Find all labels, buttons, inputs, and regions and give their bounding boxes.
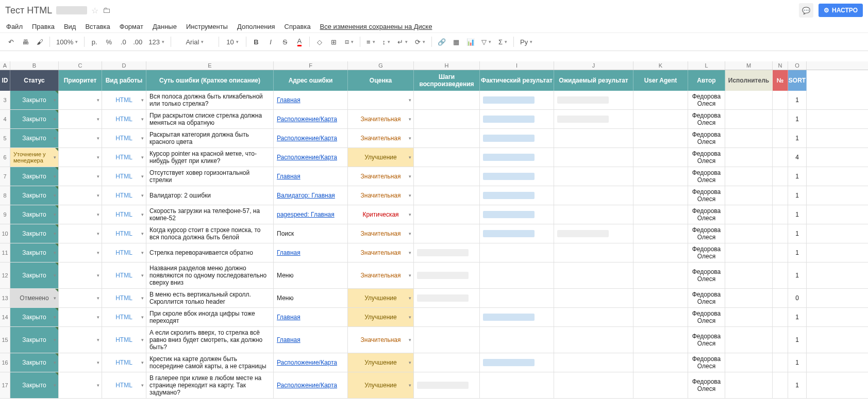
expected-cell[interactable]: [554, 205, 633, 224]
work-cell[interactable]: HTML▾: [102, 289, 146, 307]
status-cell[interactable]: Закрыто▾: [10, 327, 59, 353]
expected-cell[interactable]: [554, 372, 633, 398]
steps-cell[interactable]: [414, 289, 480, 307]
row-number[interactable]: 16: [0, 353, 10, 372]
doc-title[interactable]: Тест HTML: [5, 5, 52, 16]
exec-cell[interactable]: [725, 110, 773, 128]
ua-cell[interactable]: [633, 263, 688, 288]
work-cell[interactable]: HTML▾: [102, 263, 146, 288]
expected-cell[interactable]: [554, 263, 633, 288]
address-cell[interactable]: Расположение/Карта: [274, 148, 348, 167]
menu-data[interactable]: Данные: [153, 23, 177, 30]
col-n[interactable]: N: [773, 61, 788, 70]
percent-button[interactable]: %: [102, 35, 115, 48]
row-number[interactable]: 17: [0, 372, 10, 398]
priority-cell[interactable]: ▾: [59, 186, 102, 205]
address-cell[interactable]: Расположение/Карта: [274, 353, 348, 372]
dropdown-icon[interactable]: ▾: [97, 296, 99, 301]
ua-cell[interactable]: [633, 129, 688, 147]
exec-cell[interactable]: [725, 167, 773, 186]
col-k[interactable]: K: [633, 61, 688, 70]
exec-cell[interactable]: [725, 129, 773, 147]
dropdown-icon[interactable]: ▾: [54, 231, 56, 236]
priority-cell[interactable]: ▾: [59, 224, 102, 243]
status-cell[interactable]: Закрыто▾: [10, 186, 59, 205]
decrease-decimal-button[interactable]: .0: [116, 35, 130, 48]
actual-cell[interactable]: [480, 91, 554, 109]
bug-cell[interactable]: Курсор pointer на красной метке, что-ниб…: [146, 148, 274, 167]
dropdown-icon[interactable]: ▾: [97, 212, 99, 217]
author-cell[interactable]: Федорова Олеся: [688, 372, 725, 398]
dropdown-icon[interactable]: ▾: [409, 117, 411, 122]
save-status[interactable]: Все изменения сохранены на Диске: [320, 23, 432, 30]
italic-button[interactable]: I: [264, 35, 277, 48]
currency-button[interactable]: р.: [88, 35, 101, 48]
col-c[interactable]: C: [59, 61, 102, 70]
dropdown-icon[interactable]: ▾: [409, 155, 411, 160]
bold-button[interactable]: B: [249, 35, 263, 48]
dropdown-icon[interactable]: ▾: [409, 360, 411, 365]
input-lang-button[interactable]: Ру: [517, 35, 536, 48]
work-cell[interactable]: HTML▾: [102, 353, 146, 372]
dropdown-icon[interactable]: ▾: [54, 193, 56, 198]
row-number[interactable]: 14: [0, 308, 10, 326]
priority-cell[interactable]: ▾: [59, 289, 102, 307]
author-cell[interactable]: Федорова Олеся: [688, 224, 725, 243]
exec-cell[interactable]: [725, 186, 773, 205]
col-h[interactable]: H: [414, 61, 480, 70]
dropdown-icon[interactable]: ▾: [54, 273, 56, 278]
dropdown-icon[interactable]: ▾: [97, 117, 99, 122]
num-cell[interactable]: [773, 186, 788, 205]
dropdown-icon[interactable]: ▾: [409, 337, 411, 342]
address-link[interactable]: Расположение/Карта: [277, 359, 337, 366]
address-link[interactable]: Расположение/Карта: [277, 382, 337, 389]
expected-cell[interactable]: [554, 243, 633, 262]
num-cell[interactable]: [773, 289, 788, 307]
work-cell[interactable]: HTML▾: [102, 372, 146, 398]
work-cell[interactable]: HTML▾: [102, 205, 146, 224]
halign-button[interactable]: ≡: [363, 35, 378, 48]
col-o[interactable]: O: [788, 61, 807, 70]
sort-cell[interactable]: 1: [788, 308, 807, 326]
menu-addons[interactable]: Дополнения: [237, 23, 275, 30]
bug-cell[interactable]: Скорость загрузки на телефоне-57, на ком…: [146, 205, 274, 224]
actual-cell[interactable]: [480, 205, 554, 224]
dropdown-icon[interactable]: ▾: [97, 383, 99, 388]
bug-cell[interactable]: Отсутствует ховер горизонтальной стрелки: [146, 167, 274, 186]
actual-cell[interactable]: [480, 308, 554, 326]
work-cell[interactable]: HTML▾: [102, 224, 146, 243]
actual-cell[interactable]: [480, 372, 554, 398]
dropdown-icon[interactable]: ▾: [141, 383, 144, 388]
author-cell[interactable]: Федорова Олеся: [688, 243, 725, 262]
dropdown-icon[interactable]: ▾: [409, 97, 411, 103]
work-cell[interactable]: HTML▾: [102, 110, 146, 128]
wrap-button[interactable]: ↵: [394, 35, 411, 48]
col-a[interactable]: A: [0, 61, 10, 70]
dropdown-icon[interactable]: ▾: [409, 250, 411, 255]
num-cell[interactable]: [773, 327, 788, 353]
status-cell[interactable]: Закрыто▾: [10, 308, 59, 326]
dropdown-icon[interactable]: ▾: [409, 136, 411, 141]
increase-decimal-button[interactable]: .00: [131, 35, 144, 48]
rating-cell[interactable]: Значительная▾: [348, 263, 414, 288]
status-cell[interactable]: Уточнение у менеджера▾: [10, 148, 59, 167]
dropdown-icon[interactable]: ▾: [141, 174, 144, 179]
ua-cell[interactable]: [633, 148, 688, 167]
address-link[interactable]: Главная: [277, 336, 301, 343]
dropdown-icon[interactable]: ▾: [97, 155, 99, 160]
priority-cell[interactable]: ▾: [59, 91, 102, 109]
priority-cell[interactable]: ▾: [59, 129, 102, 147]
work-cell[interactable]: HTML▾: [102, 243, 146, 262]
dropdown-icon[interactable]: ▾: [54, 155, 56, 160]
exec-cell[interactable]: [725, 327, 773, 353]
address-cell[interactable]: Расположение/Карта: [274, 110, 348, 128]
bug-cell[interactable]: Раскрытая категория должна быть красного…: [146, 129, 274, 147]
ua-cell[interactable]: [633, 353, 688, 372]
text-color-button[interactable]: A: [293, 35, 306, 48]
rating-cell[interactable]: Улучшение▾: [348, 308, 414, 326]
work-cell[interactable]: HTML▾: [102, 327, 146, 353]
status-cell[interactable]: Закрыто▾: [10, 243, 59, 262]
bug-cell[interactable]: Названия разделов меню должно появляются…: [146, 263, 274, 288]
address-cell[interactable]: Расположение/Карта: [274, 372, 348, 398]
number-format-dropdown[interactable]: 123: [145, 35, 168, 48]
